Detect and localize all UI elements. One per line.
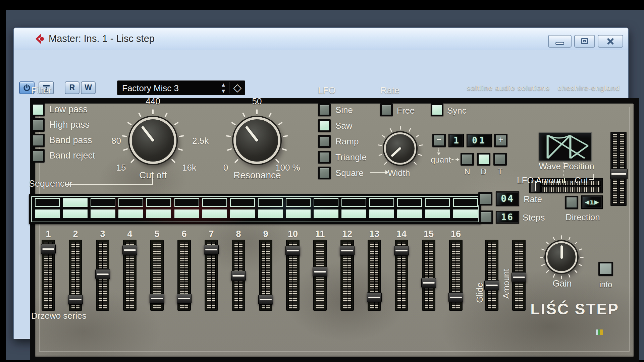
step-slider-5[interactable]	[150, 240, 164, 311]
seq-steps-display[interactable]: 16	[496, 211, 519, 224]
fader-handle[interactable]	[204, 245, 219, 255]
step-slider-6[interactable]	[177, 240, 191, 311]
seq-step-top[interactable]	[63, 198, 88, 207]
fader-handle[interactable]	[95, 269, 110, 279]
direction-button[interactable]: ◀ı▶	[581, 195, 603, 209]
spin-down-icon[interactable]: ▼	[221, 88, 226, 94]
cutoff-knob[interactable]	[129, 117, 176, 164]
seq-rate-display[interactable]: 04	[496, 191, 519, 206]
step-slider-15[interactable]	[422, 240, 435, 311]
filter-mode-checkbox-high-pass[interactable]	[31, 118, 45, 132]
seq-step-top[interactable]	[286, 198, 311, 207]
filter-mode-checkbox-band-pass[interactable]	[31, 134, 45, 147]
fader-handle[interactable]	[340, 246, 355, 256]
seq-step-top[interactable]	[453, 198, 478, 207]
seq-step-top[interactable]	[174, 198, 199, 207]
seq-step-top[interactable]	[118, 198, 143, 207]
seq-step-top[interactable]	[230, 198, 255, 207]
lfo-width-knob[interactable]	[384, 132, 416, 165]
seq-step-bottom[interactable]	[397, 209, 422, 218]
step-slider-7[interactable]	[205, 240, 218, 311]
seq-step-bottom[interactable]	[314, 209, 338, 218]
seq-step-top[interactable]	[258, 198, 283, 207]
seq-step-bottom[interactable]	[425, 209, 450, 218]
lfo-shape-checkbox-triangle[interactable]	[318, 151, 331, 164]
seq-step-bottom[interactable]	[63, 209, 88, 218]
seq-step-top[interactable]	[35, 198, 60, 207]
rate-numerator-display[interactable]: 1	[448, 134, 464, 147]
fader-handle[interactable]	[367, 292, 382, 302]
seq-step-bottom[interactable]	[202, 209, 227, 218]
seq-step-bottom[interactable]	[341, 209, 366, 218]
seq-steps-checkbox[interactable]	[479, 210, 493, 224]
rate-free-checkbox[interactable]	[380, 104, 393, 116]
seq-step-top[interactable]	[314, 198, 338, 207]
seq-step-bottom[interactable]	[118, 209, 143, 218]
seq-step-bottom[interactable]	[453, 209, 478, 218]
step-slider-11[interactable]	[313, 240, 327, 311]
seq-step-bottom[interactable]	[286, 209, 311, 218]
fader-handle[interactable]	[313, 267, 327, 277]
fader-handle[interactable]	[285, 246, 300, 256]
resonance-knob[interactable]	[233, 117, 280, 164]
fader-handle[interactable]	[484, 280, 499, 290]
seq-step-bottom[interactable]	[146, 209, 171, 218]
gain-knob[interactable]	[546, 241, 577, 273]
fader-handle[interactable]	[231, 271, 246, 281]
seq-step-bottom[interactable]	[91, 209, 115, 218]
lfo-shape-checkbox-ramp[interactable]	[318, 135, 331, 148]
filter-mode-checkbox-band-reject[interactable]	[31, 149, 45, 163]
glide-slider[interactable]	[485, 240, 498, 311]
seq-step-top[interactable]	[425, 198, 450, 207]
seq-rate-checkbox[interactable]	[478, 192, 492, 205]
seq-step-bottom[interactable]	[230, 209, 255, 218]
quant-button-D[interactable]	[477, 153, 490, 166]
rate-denominator-display[interactable]: 01	[467, 134, 492, 147]
fader-handle[interactable]	[122, 245, 137, 255]
fader-handle[interactable]	[258, 295, 273, 305]
seq-step-bottom[interactable]	[174, 209, 199, 218]
fader-handle[interactable]	[394, 246, 409, 256]
lfo-amount-slider[interactable]	[610, 132, 627, 206]
direction-checkbox[interactable]	[565, 196, 578, 209]
seq-step-bottom[interactable]	[258, 209, 283, 218]
info-button[interactable]	[598, 262, 613, 276]
quant-button-T[interactable]	[493, 153, 507, 166]
minimize-button[interactable]	[548, 35, 572, 48]
seq-step-top[interactable]	[341, 198, 366, 207]
preset-selector[interactable]: Factory Misc 3 ▲ ▼ ◇	[117, 80, 245, 95]
maximize-button[interactable]	[574, 35, 595, 48]
seq-step-top[interactable]	[146, 198, 171, 207]
step-slider-14[interactable]	[395, 240, 408, 311]
fader-handle[interactable]	[448, 292, 463, 302]
fader-handle[interactable]	[150, 294, 164, 304]
fader-handle[interactable]	[68, 295, 83, 305]
step-slider-16[interactable]	[449, 240, 463, 311]
preset-spinner[interactable]: ▲ ▼	[221, 81, 226, 95]
seq-step-top[interactable]	[202, 198, 227, 207]
seq-step-bottom[interactable]	[35, 209, 60, 218]
seq-step-top[interactable]	[369, 198, 394, 207]
step-slider-8[interactable]	[232, 240, 245, 311]
seq-step-bottom[interactable]	[369, 209, 394, 218]
read-automation-button[interactable]: R	[65, 81, 79, 94]
close-button[interactable]	[598, 35, 623, 48]
lfo-shape-checkbox-square[interactable]	[318, 167, 331, 179]
step-slider-13[interactable]	[368, 240, 381, 311]
write-automation-button[interactable]: W	[81, 81, 96, 94]
step-slider-12[interactable]	[340, 240, 354, 311]
step-slider-3[interactable]	[96, 240, 109, 311]
lfo-shape-checkbox-saw[interactable]	[318, 119, 331, 132]
fader-handle[interactable]	[177, 294, 192, 304]
fader-handle[interactable]	[421, 278, 436, 288]
step-slider-10[interactable]	[286, 240, 300, 311]
step-slider-1[interactable]	[42, 240, 55, 311]
title-bar[interactable]: Master: Ins. 1 - Lisc step	[14, 28, 628, 50]
quant-button-N[interactable]	[461, 153, 474, 166]
seq-step-top[interactable]	[397, 198, 422, 207]
fader-handle[interactable]	[512, 272, 526, 282]
fader-handle[interactable]	[41, 244, 56, 254]
step-slider-9[interactable]	[259, 240, 272, 311]
spin-up-icon[interactable]: ▲	[221, 81, 226, 88]
preset-browser-icon[interactable]: ◇	[233, 81, 241, 94]
